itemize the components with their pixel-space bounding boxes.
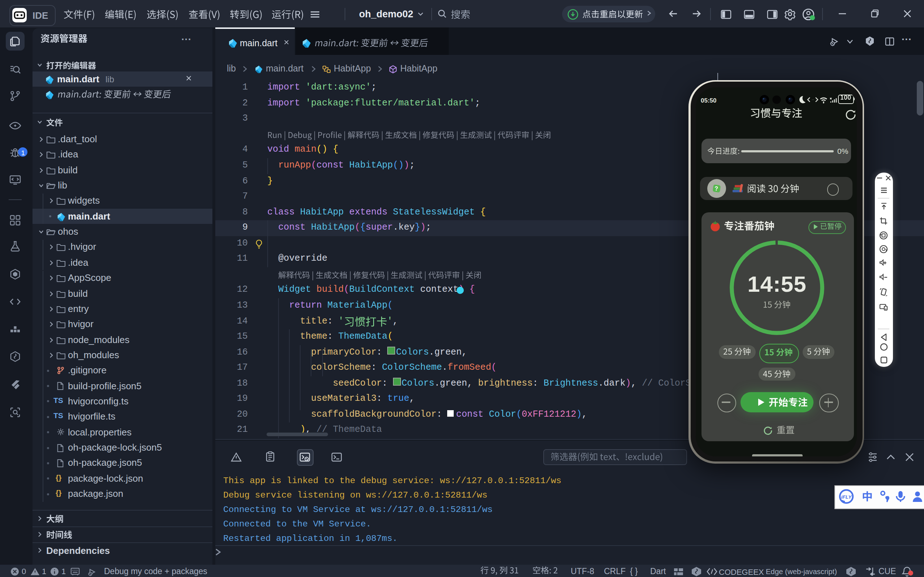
svg-text:?: ? [714, 185, 718, 192]
svg-text:iFLY: iFLY [841, 494, 852, 500]
